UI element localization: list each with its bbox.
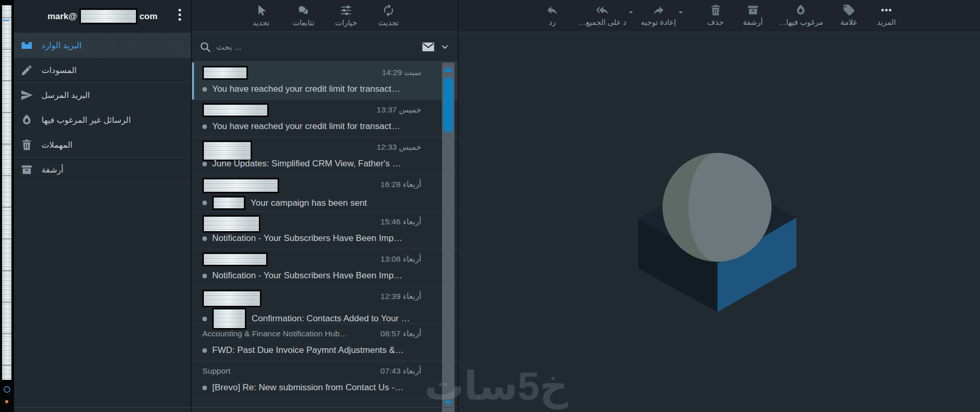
email-subject: FWD: Past Due Invoice Paymnt Adjustments… — [212, 345, 404, 356]
email-list-item[interactable]: خميس 12:33 June Updates: Simplified CRM … — [192, 137, 458, 175]
scroll-up-arrow-icon[interactable] — [444, 67, 453, 72]
email-time: أربعاء 07:43 — [380, 364, 421, 376]
toolbar-button[interactable]: تحديث — [374, 4, 404, 32]
toolbar-button[interactable]: مرغوب فيها… — [779, 4, 823, 32]
toolbar-button[interactable]: حذف — [704, 4, 727, 32]
email-list-item[interactable]: Support أربعاء 07:43 [Brevo] Re: New sub… — [192, 361, 458, 399]
chat-icon — [297, 4, 310, 17]
toolbar-button[interactable]: أرشفة — [741, 4, 764, 32]
message-toolbar: رد د على الجميع… إعادة توجيه حذف أرشفة م… — [459, 0, 980, 32]
scrollbar-thumb[interactable] — [444, 77, 453, 132]
list-toolbar: تحديد تتابعات خيارات تحديث — [192, 0, 458, 32]
cursor-icon — [254, 4, 268, 17]
scroll-down-arrow-icon[interactable] — [445, 401, 452, 405]
scrollbar[interactable] — [442, 63, 454, 412]
trash-icon — [709, 4, 722, 17]
noise-bottom-dot — [5, 400, 8, 403]
email-subject: You have reached your credit limit for t… — [212, 84, 400, 94]
toolbar-button-label: حذف — [707, 18, 724, 26]
folder-list: البريد الوارد المسودات البريد المرسل الر… — [14, 33, 191, 182]
redacted-subject-part — [212, 196, 245, 210]
unread-dot — [202, 386, 207, 390]
toolbar-button[interactable]: د على الجميع… — [578, 4, 626, 32]
unread-dot — [202, 87, 207, 92]
send-icon — [20, 89, 33, 102]
reading-pane: رد د على الجميع… إعادة توجيه حذف أرشفة م… — [459, 0, 980, 412]
email-subject: Notification - Your Subscribers Have Bee… — [212, 271, 403, 281]
sidebar-item-label: البريد المرسل — [42, 90, 90, 100]
tag-icon — [843, 4, 855, 17]
unread-dot — [202, 124, 207, 129]
email-subject: Your campaign has been sent — [251, 198, 367, 208]
email-list-item[interactable]: أربعاء 16:28 Your campaign has been sent — [192, 175, 458, 212]
toolbar-button-label: إعادة توجيه — [641, 18, 676, 26]
email-subject: Confirmation: Contacts Added to Your … — [252, 314, 410, 324]
email-list-item[interactable]: أربعاء 12:39 Confirmation: Contacts Adde… — [192, 287, 458, 324]
sidebar-item[interactable]: البريد الوارد — [14, 33, 191, 58]
pencil-icon — [20, 64, 33, 77]
chevron-down-icon[interactable] — [440, 42, 449, 51]
sidebar-item-label: البريد الوارد — [42, 40, 81, 50]
email-time: خميس 13:37 — [377, 103, 421, 115]
toolbar-button-label: علامة — [840, 18, 858, 26]
toolbar-button[interactable]: إعادة توجيه — [641, 4, 676, 32]
spam-icon — [794, 4, 807, 17]
noise-bottom-icon — [4, 386, 10, 393]
email-list-item[interactable]: أربعاء 15:46 Notification - Your Subscri… — [192, 212, 458, 249]
empty-state-graphic — [635, 150, 801, 316]
toolbar-button[interactable]: خيارات — [331, 4, 361, 32]
toolbar-button-label: تحديث — [378, 19, 398, 27]
toolbar-button-label: تتابعات — [293, 19, 314, 27]
email-list-item[interactable]: خميس 13:37 You have reached your credit … — [192, 100, 458, 137]
toolbar-button[interactable]: المزيد — [875, 4, 898, 32]
toolbar-button-label: المزيد — [877, 18, 895, 26]
toolbar-button-label: مرغوب فيها… — [779, 18, 823, 26]
toolbar-button[interactable]: علامة — [838, 4, 861, 32]
email-time: أربعاء 15:46 — [380, 215, 421, 226]
search-input[interactable] — [216, 42, 416, 52]
unread-dot — [202, 348, 207, 353]
email-list-item[interactable]: أربعاء 13:08 Notification - Your Subscri… — [192, 249, 458, 287]
unread-dot — [202, 162, 207, 166]
kebab-menu-icon[interactable] — [175, 9, 184, 24]
sidebar-item[interactable]: أرشفة — [14, 158, 191, 182]
account-email-prefix: mark@ — [47, 11, 77, 22]
unread-dot — [202, 274, 207, 278]
email-sender: Support — [202, 364, 230, 376]
email-time: أربعاء 16:28 — [380, 178, 421, 189]
message-list-pane: تحديد تتابعات خيارات تحديث سبت 14:29 You… — [191, 0, 459, 412]
email-subject: Notification - Your Subscribers Have Bee… — [212, 233, 403, 244]
dropdown-caret-icon[interactable] — [679, 11, 683, 16]
email-subject: [Brevo] Re: New submission from Contact … — [212, 382, 403, 393]
redacted-sender — [202, 215, 260, 233]
search-bar — [192, 32, 458, 62]
sidebar-item[interactable]: الرسائل غير المرغوب فيها — [14, 108, 191, 133]
reply-all-icon — [596, 4, 609, 17]
refresh-icon — [382, 4, 395, 17]
sidebar-item[interactable]: المهملات — [14, 133, 191, 158]
sidebar-item-label: أرشفة — [42, 165, 63, 175]
account-bar: mark@ com — [14, 0, 191, 33]
redaction-noise — [2, 5, 11, 380]
email-subject: You have reached your credit limit for t… — [212, 121, 400, 132]
bottom-divider — [14, 407, 459, 408]
toolbar-button[interactable]: رد — [541, 4, 563, 32]
reply-icon — [546, 4, 559, 17]
sidebar-item[interactable]: المسودات — [14, 58, 191, 83]
unread-dot — [202, 201, 207, 205]
noise-blue-tick — [3, 20, 9, 21]
email-subject: June Updates: Simplified CRM View, Fathe… — [212, 159, 401, 169]
sidebar-item-label: المهملات — [42, 140, 73, 150]
toolbar-button[interactable]: تتابعات — [288, 4, 319, 32]
forward-icon — [652, 4, 665, 17]
account-email-suffix: com — [140, 11, 158, 22]
toolbar-button[interactable]: تحديد — [246, 4, 276, 32]
email-time: سبت 14:29 — [382, 66, 421, 77]
envelope-icon[interactable] — [421, 40, 435, 54]
redacted-sender — [202, 140, 252, 161]
dropdown-caret-icon[interactable] — [629, 11, 633, 16]
email-list-item[interactable]: سبت 14:29 You have reached your credit l… — [192, 63, 458, 100]
sidebar-item[interactable]: البريد المرسل — [14, 83, 191, 108]
more-icon — [880, 4, 893, 17]
left-redacted-strip — [0, 0, 14, 412]
